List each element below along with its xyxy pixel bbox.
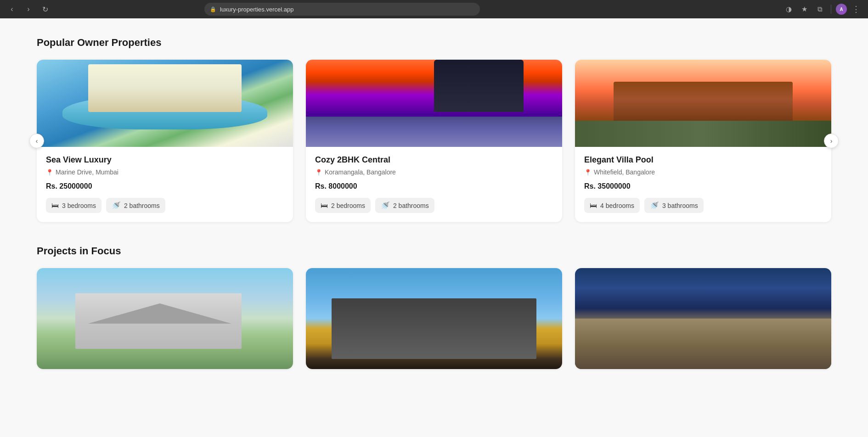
- projects-cards-grid: [37, 268, 831, 369]
- card-title: Sea View Luxury: [46, 155, 284, 165]
- card-features: 🛏 3 bedrooms 🚿 2 bathrooms: [46, 198, 284, 213]
- bathrooms-text: 2 bathrooms: [124, 202, 160, 209]
- bedrooms-text: 4 bedrooms: [600, 202, 634, 209]
- property-card-elegant-villa[interactable]: Elegant Villa Pool 📍 Whitefield, Bangalo…: [575, 60, 831, 222]
- browser-chrome: ‹ › ↻ 🔒 luxury-properties.vercel.app ◑ ★…: [0, 0, 868, 18]
- bathrooms-badge: 🚿 3 bathrooms: [644, 198, 704, 213]
- bookmark-icon[interactable]: ★: [798, 3, 811, 16]
- profile-avatar[interactable]: A: [836, 4, 847, 15]
- back-button[interactable]: ‹: [6, 3, 18, 16]
- projects-section: Projects in Focus: [37, 245, 831, 369]
- card-price: Rs. 25000000: [46, 182, 284, 190]
- bedrooms-text: 2 bedrooms: [331, 202, 365, 209]
- card-location: 📍 Whitefield, Bangalore: [584, 168, 822, 176]
- card-features: 🛏 2 bedrooms 🚿 2 bathrooms: [315, 198, 553, 213]
- carousel-prev-button[interactable]: ‹: [29, 134, 44, 148]
- property-card-cozy-2bhk[interactable]: Cozy 2BHK Central 📍 Koramangala, Bangalo…: [306, 60, 562, 222]
- page-content: Popular Owner Properties ‹ Sea View Luxu…: [0, 18, 868, 437]
- bathrooms-badge: 🚿 2 bathrooms: [375, 198, 434, 213]
- project-image-stone: [575, 268, 831, 369]
- bath-icon: 🚿: [381, 201, 390, 210]
- card-body: Elegant Villa Pool 📍 Whitefield, Bangalo…: [575, 147, 831, 222]
- card-location: 📍 Koramangala, Bangalore: [315, 168, 553, 176]
- menu-icon[interactable]: ⋮: [850, 3, 862, 16]
- popular-carousel: ‹ Sea View Luxury 📍 Marine Drive, Mumbai…: [37, 60, 831, 222]
- address-bar[interactable]: 🔒 luxury-properties.vercel.app: [204, 3, 480, 16]
- property-image: [306, 60, 562, 147]
- location-pin-icon: 📍: [46, 169, 53, 176]
- carousel-next-button[interactable]: ›: [824, 134, 839, 148]
- popular-cards-grid: Sea View Luxury 📍 Marine Drive, Mumbai R…: [37, 60, 831, 222]
- card-features: 🛏 4 bedrooms 🚿 3 bathrooms: [584, 198, 822, 213]
- property-image: [37, 60, 293, 147]
- property-card-sea-view-luxury[interactable]: Sea View Luxury 📍 Marine Drive, Mumbai R…: [37, 60, 293, 222]
- reload-button[interactable]: ↻: [39, 3, 51, 16]
- popular-title: Popular Owner Properties: [37, 37, 831, 49]
- card-body: Sea View Luxury 📍 Marine Drive, Mumbai R…: [37, 147, 293, 222]
- popular-section: Popular Owner Properties ‹ Sea View Luxu…: [37, 37, 831, 222]
- project-image-container: [575, 268, 831, 369]
- project-card-farmhouse[interactable]: [37, 268, 293, 369]
- card-location: 📍 Marine Drive, Mumbai: [46, 168, 284, 176]
- screenshot-icon[interactable]: ◑: [782, 3, 795, 16]
- bathrooms-text: 2 bathrooms: [393, 202, 429, 209]
- location-pin-icon: 📍: [584, 169, 592, 176]
- location-text: Whitefield, Bangalore: [594, 168, 655, 176]
- property-image: [575, 60, 831, 147]
- card-title: Elegant Villa Pool: [584, 155, 822, 165]
- project-image-container: [306, 268, 562, 369]
- location-pin-icon: 📍: [315, 169, 322, 176]
- card-price: Rs. 8000000: [315, 182, 553, 190]
- card-body: Cozy 2BHK Central 📍 Koramangala, Bangalo…: [306, 147, 562, 222]
- location-text: Marine Drive, Mumbai: [56, 168, 118, 176]
- bed-icon: 🛏: [321, 202, 328, 210]
- project-image-farmhouse: [37, 268, 293, 369]
- project-image-container: [37, 268, 293, 369]
- lock-icon: 🔒: [210, 6, 216, 12]
- bath-icon: 🚿: [112, 201, 121, 210]
- bedrooms-badge: 🛏 4 bedrooms: [584, 198, 640, 213]
- bath-icon: 🚿: [650, 201, 659, 210]
- bathrooms-badge: 🚿 2 bathrooms: [106, 198, 165, 213]
- card-price: Rs. 35000000: [584, 182, 822, 190]
- bed-icon: 🛏: [590, 202, 597, 210]
- project-card-modern[interactable]: [306, 268, 562, 369]
- extensions-icon[interactable]: ⧉: [813, 3, 826, 16]
- bedrooms-badge: 🛏 2 bedrooms: [315, 198, 371, 213]
- card-image-elegant: [575, 60, 831, 147]
- forward-button[interactable]: ›: [22, 3, 35, 16]
- location-text: Koramangala, Bangalore: [325, 168, 396, 176]
- card-title: Cozy 2BHK Central: [315, 155, 553, 165]
- project-card-stone[interactable]: [575, 268, 831, 369]
- url-text: luxury-properties.vercel.app: [220, 6, 293, 13]
- bedrooms-text: 3 bedrooms: [62, 202, 96, 209]
- project-image-modern: [306, 268, 562, 369]
- divider: [831, 5, 831, 14]
- bathrooms-text: 3 bathrooms: [662, 202, 698, 209]
- bed-icon: 🛏: [51, 202, 59, 210]
- card-image-sea-view: [37, 60, 293, 147]
- browser-actions: ◑ ★ ⧉ A ⋮: [782, 3, 862, 16]
- projects-title: Projects in Focus: [37, 245, 831, 257]
- card-image-cozy: [306, 60, 562, 147]
- bedrooms-badge: 🛏 3 bedrooms: [46, 198, 101, 213]
